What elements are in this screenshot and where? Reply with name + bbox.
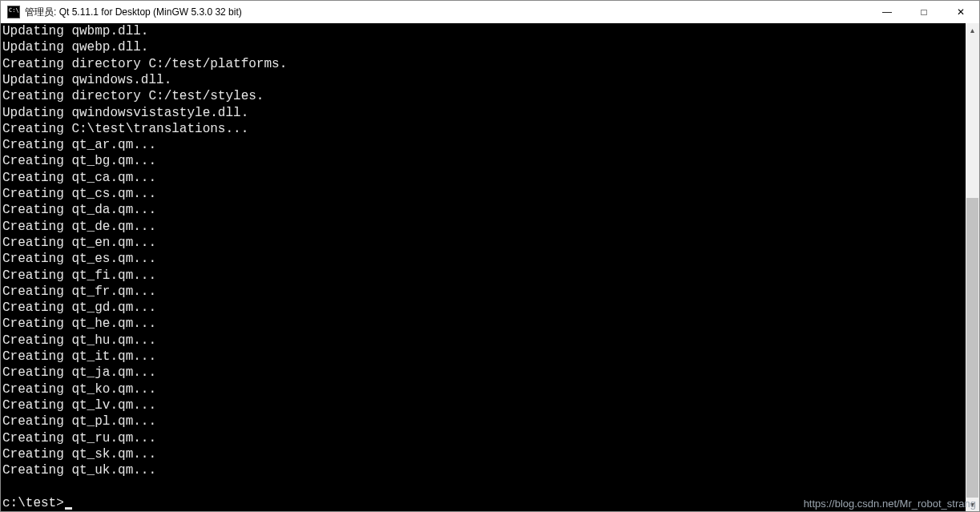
scroll-up-button[interactable]: ▴ <box>966 23 979 37</box>
terminal-line: Creating qt_ko.qm... <box>2 381 966 397</box>
terminal-line: Creating directory C:/test/styles. <box>2 88 966 104</box>
maximize-icon: □ <box>921 6 926 18</box>
terminal-output[interactable]: Updating qwbmp.dll.Updating qwebp.dll.Cr… <box>1 23 966 511</box>
scroll-down-button[interactable]: ▾ <box>966 498 979 511</box>
terminal-line: Creating qt_ru.qm... <box>2 430 966 446</box>
terminal-line: Creating qt_cs.qm... <box>2 186 966 202</box>
terminal-line: Updating qwbmp.dll. <box>2 23 966 39</box>
vertical-scrollbar[interactable]: ▴ ▾ <box>966 23 979 511</box>
terminal-line: Creating qt_uk.qm... <box>2 462 966 478</box>
terminal-prompt-line[interactable]: c:\test> <box>2 495 966 511</box>
app-window: 管理员: Qt 5.11.1 for Desktop (MinGW 5.3.0 … <box>0 0 980 512</box>
scroll-track[interactable] <box>966 37 979 498</box>
terminal-line: Creating qt_pl.qm... <box>2 413 966 429</box>
terminal-blank-line <box>2 478 966 494</box>
terminal-line: Creating qt_ar.qm... <box>2 137 966 153</box>
terminal-line: Creating qt_it.qm... <box>2 349 966 365</box>
close-icon: ✕ <box>957 6 965 18</box>
client-area: Updating qwbmp.dll.Updating qwebp.dll.Cr… <box>1 23 979 511</box>
terminal-line: Creating qt_gd.qm... <box>2 300 966 316</box>
terminal-line: Updating qwindows.dll. <box>2 72 966 88</box>
chevron-up-icon: ▴ <box>970 26 974 34</box>
terminal-line: Creating qt_de.qm... <box>2 219 966 235</box>
scroll-thumb[interactable] <box>966 198 978 498</box>
chevron-down-icon: ▾ <box>970 500 974 509</box>
terminal-line: Creating directory C:/test/platforms. <box>2 56 966 72</box>
terminal-prompt: c:\test> <box>2 495 64 511</box>
maximize-button[interactable]: □ <box>905 1 942 23</box>
terminal-line: Creating qt_ja.qm... <box>2 365 966 381</box>
terminal-line: Updating qwindowsvistastyle.dll. <box>2 105 966 121</box>
terminal-line: Creating qt_hu.qm... <box>2 333 966 349</box>
terminal-line: Creating qt_fr.qm... <box>2 284 966 300</box>
terminal-cursor <box>65 507 72 510</box>
window-title: 管理员: Qt 5.11.1 for Desktop (MinGW 5.3.0 … <box>25 6 242 19</box>
terminal-line: Creating qt_sk.qm... <box>2 446 966 462</box>
terminal-line: Creating C:\test\translations... <box>2 121 966 137</box>
terminal-line: Creating qt_fi.qm... <box>2 268 966 284</box>
terminal-line: Creating qt_lv.qm... <box>2 397 966 413</box>
window-controls: — □ ✕ <box>869 1 979 23</box>
close-button[interactable]: ✕ <box>942 1 979 23</box>
terminal-line: Creating qt_es.qm... <box>2 251 966 267</box>
titlebar[interactable]: 管理员: Qt 5.11.1 for Desktop (MinGW 5.3.0 … <box>1 1 979 23</box>
terminal-line: Creating qt_ca.qm... <box>2 170 966 186</box>
terminal-line: Creating qt_en.qm... <box>2 235 966 251</box>
minimize-button[interactable]: — <box>869 1 905 23</box>
terminal-line: Creating qt_bg.qm... <box>2 153 966 169</box>
cmd-icon <box>7 6 20 18</box>
terminal-line: Creating qt_da.qm... <box>2 202 966 218</box>
minimize-icon: — <box>882 6 892 18</box>
terminal-line: Updating qwebp.dll. <box>2 39 966 55</box>
terminal-line: Creating qt_he.qm... <box>2 316 966 332</box>
